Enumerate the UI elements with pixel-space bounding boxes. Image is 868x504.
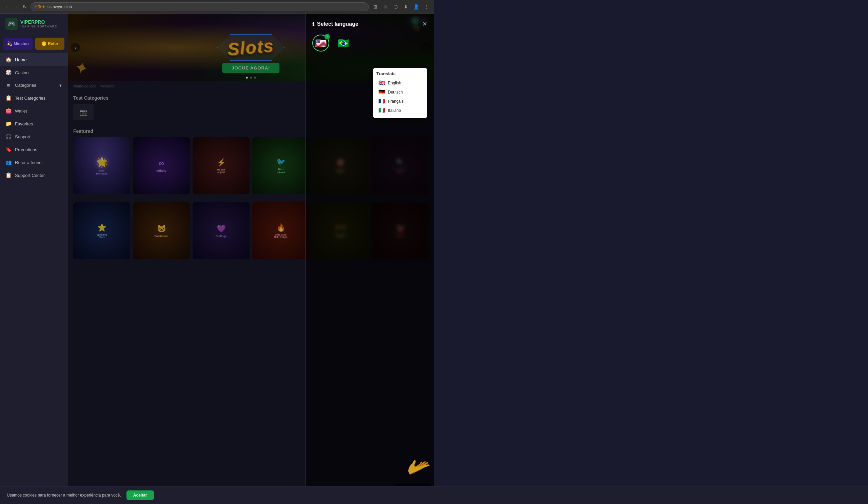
translate-item-en[interactable]: 🇬🇧 English xyxy=(376,78,424,87)
sidebar-logo: 🎮 VIPERPRO IGAMING SOFTWARE xyxy=(0,13,68,34)
hero-title: Slots xyxy=(227,35,275,60)
sidebar-item-support[interactable]: 🎧 Support xyxy=(0,130,68,143)
categories-icon: ≡ xyxy=(6,82,11,88)
game-card-spinning-stars[interactable]: ⭐ SpinningStars xyxy=(73,202,130,259)
translate-label-it: Italiano xyxy=(388,108,401,113)
url-text: cs.hwym.club xyxy=(48,4,72,9)
game-card-feelings[interactable]: 💜 Feelings xyxy=(193,202,249,259)
extensions-icon[interactable]: ⬡ xyxy=(392,3,400,11)
infinity-label: Infinity xyxy=(156,169,166,172)
mission-icon: 💫 xyxy=(7,41,12,46)
hero-play-button[interactable]: JOGUE AGORA! xyxy=(222,63,279,73)
hero-dot-2[interactable] xyxy=(250,77,252,78)
wallet-icon: 👛 xyxy=(6,108,11,114)
game-feelings-inner: 💜 Feelings xyxy=(193,202,249,259)
support-icon: 🎧 xyxy=(6,134,11,140)
refer-label: Refer xyxy=(48,41,58,46)
flag-check-en: ✓ xyxy=(324,34,330,39)
reload-button[interactable]: ↻ xyxy=(22,4,28,10)
sidebar-item-home[interactable]: 🏠 Home xyxy=(0,53,68,66)
translate-item-de[interactable]: 🇩🇪 Deutsch xyxy=(376,87,424,97)
translate-title: Translate xyxy=(376,71,424,76)
translate-item-it[interactable]: 🇮🇹 Italiano xyxy=(376,106,424,115)
lang-close-button[interactable]: ✕ xyxy=(422,20,427,28)
hand-illustration: 🫴 xyxy=(402,449,434,480)
translate-label-de: Deutsch xyxy=(388,90,403,95)
lang-title-text: Select language xyxy=(317,21,358,27)
sidebar-item-support-label: Support xyxy=(15,134,62,139)
hero-prev-button[interactable]: ‹ xyxy=(71,43,80,52)
mission-label: Mission xyxy=(13,41,29,46)
language-selector-panel: ℹ Select language ✕ 🇺🇸 ✓ 🇧🇷 xyxy=(305,13,434,504)
logo-text-container: VIPERPRO IGAMING SOFTWARE xyxy=(20,19,57,28)
game-card-catsbidmo[interactable]: 🐱 Catsbidmo xyxy=(133,202,190,259)
translate-icon[interactable]: ⊞ xyxy=(372,3,379,11)
translate-flag-de: 🇩🇪 xyxy=(379,89,385,95)
translate-label-en: English xyxy=(388,81,401,85)
lang-header: ℹ Select language ✕ xyxy=(312,20,427,28)
game-info-label: Nome do jogo | Provedor xyxy=(73,84,115,88)
game-card-bird-island[interactable]: 🐦 BirdIsland xyxy=(252,137,309,194)
sidebar-item-wallet-label: Wallet xyxy=(15,108,62,114)
game-nezha-inner: ⚡ Ne ZhaLegend xyxy=(193,137,249,194)
refer-icon: 🪙 xyxy=(41,41,46,46)
refer-friend-icon: 👥 xyxy=(6,159,11,165)
game-card-infinity[interactable]: ∞ Infinity xyxy=(133,137,190,194)
translate-dropdown: Translate 🇬🇧 English 🇩🇪 Deutsch 🇫🇷 Franç… xyxy=(373,68,427,118)
sidebar-item-casino[interactable]: 🎲 Casino xyxy=(0,66,68,79)
refer-button[interactable]: 🪙 Refer xyxy=(35,38,64,50)
game-card-ultra-burn[interactable]: 🔥 Ultra BurnHold & Spin xyxy=(252,202,309,259)
download-icon[interactable]: ⬇ xyxy=(402,3,410,11)
back-button[interactable]: ← xyxy=(4,4,10,10)
lang-title: ℹ Select language xyxy=(312,21,358,28)
sidebar-item-support-center[interactable]: 📋 Support Center xyxy=(0,169,68,182)
game-catsbidmo-inner: 🐱 Catsbidmo xyxy=(133,202,190,259)
lang-flag-en-us[interactable]: 🇺🇸 ✓ xyxy=(312,34,329,52)
sidebar-nav: 🏠 Home 🎲 Casino ≡ Categories ▼ 📋 Test Ca… xyxy=(0,53,68,504)
translate-flag-it: 🇮🇹 xyxy=(379,107,385,114)
cookie-accept-button[interactable]: Aceitar xyxy=(126,491,154,500)
sidebar-item-support-center-label: Support Center xyxy=(15,173,62,178)
hero-dot-1[interactable] xyxy=(246,77,248,78)
menu-icon[interactable]: ⋮ xyxy=(423,3,430,11)
security-warning: 不安全 xyxy=(34,4,45,9)
sidebar-item-categories[interactable]: ≡ Categories ▼ xyxy=(0,79,68,92)
main-content: R R ✦ ✦ Slots ‹ › JOGUE AGORA! Nome do j… xyxy=(68,13,434,504)
mission-button[interactable]: 💫 Mission xyxy=(3,38,32,50)
game-card-star-princess[interactable]: 🌟 StarPrincess xyxy=(73,137,130,194)
language-flags: 🇺🇸 ✓ 🇧🇷 xyxy=(312,34,427,52)
hero-dot-3[interactable] xyxy=(254,77,256,78)
sidebar-item-home-label: Home xyxy=(15,57,62,62)
sidebar-item-favorites[interactable]: 📁 Favorites xyxy=(0,117,68,130)
test-category-card[interactable]: 📷 xyxy=(73,104,94,120)
translate-item-fr[interactable]: 🇫🇷 Français xyxy=(376,97,424,106)
sidebar-item-favorites-label: Favorites xyxy=(15,121,62,126)
sidebar-item-refer-a-friend[interactable]: 👥 Refer a friend xyxy=(0,156,68,169)
sidebar: 🎮 VIPERPRO IGAMING SOFTWARE 💫 Mission 🪙 … xyxy=(0,13,68,504)
chevron-down-icon: ▼ xyxy=(59,83,62,87)
test-cat-icon: 📷 xyxy=(80,108,87,116)
sidebar-buttons: 💫 Mission 🪙 Refer xyxy=(0,34,68,53)
game-infinity-inner: ∞ Infinity xyxy=(133,137,190,194)
favorites-icon: 📁 xyxy=(6,120,11,127)
game-card-nezha[interactable]: ⚡ Ne ZhaLegend xyxy=(193,137,249,194)
flag-br-icon: 🇧🇷 xyxy=(337,38,349,49)
sidebar-item-casino-label: Casino xyxy=(15,70,62,75)
test-categories-icon: 📋 xyxy=(6,95,11,101)
address-bar[interactable]: 不安全 cs.hwym.club xyxy=(31,2,369,11)
sidebar-item-refer-label: Refer a friend xyxy=(15,160,62,165)
sidebar-item-wallet[interactable]: 👛 Wallet xyxy=(0,104,68,117)
sidebar-item-promotions[interactable]: 🔖 Promotions xyxy=(0,143,68,156)
translate-label-fr: Français xyxy=(388,99,403,104)
profile-icon[interactable]: 👤 xyxy=(412,3,420,11)
forward-button[interactable]: → xyxy=(13,4,19,10)
sidebar-item-categories-label: Categories xyxy=(15,83,55,88)
promotions-icon: 🔖 xyxy=(6,146,11,153)
game-star-princess-inner: 🌟 StarPrincess xyxy=(73,137,130,194)
game-bird-island-inner: 🐦 BirdIsland xyxy=(252,137,309,194)
sidebar-item-test-categories[interactable]: 📋 Test Categories xyxy=(0,92,68,104)
sidebar-item-promotions-label: Promotions xyxy=(15,147,62,152)
lang-flag-pt-br[interactable]: 🇧🇷 xyxy=(335,34,352,52)
bookmark-icon[interactable]: ☆ xyxy=(382,3,389,11)
game-ultra-burn-inner: 🔥 Ultra BurnHold & Spin xyxy=(252,202,309,259)
